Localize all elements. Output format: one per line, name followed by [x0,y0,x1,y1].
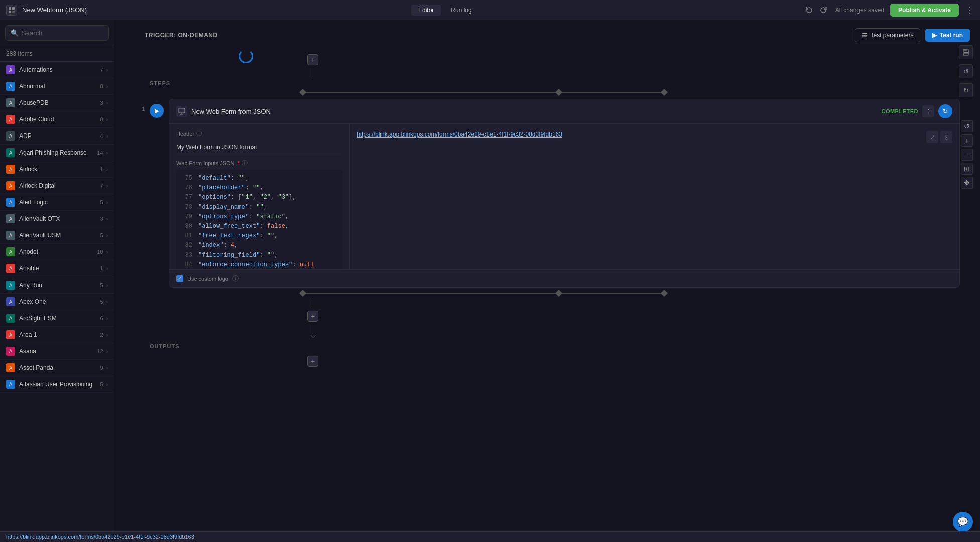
code-line: 82"index": 4, [180,241,338,250]
sidebar-item[interactable]: A Alert Logic 5 › [0,194,114,211]
svg-rect-0 [9,7,11,10]
trigger-actions: Test parameters ▶ Test run [855,28,970,42]
sidebar-item-left: A ArcSight ESM [6,314,57,323]
line-number: 84 [180,260,192,269]
sidebar-item[interactable]: A Any Run 5 › [0,277,114,294]
zoom-out-button[interactable]: − [961,149,973,161]
copy-icon[interactable]: ⎘ [940,131,952,143]
sidebar-item[interactable]: A Adobe Cloud 8 › [0,111,114,128]
sidebar-item[interactable]: A AlienVault OTX 3 › [0,211,114,227]
code-line: 78"display_name": "", [180,203,338,212]
step-more-icon[interactable]: ⋮ [922,105,934,117]
expand-icon[interactable]: ⤢ [926,131,938,143]
trigger-label: TRIGGER: ON-DEMAND [145,32,218,39]
sidebar-item-right: 5 › [100,232,108,238]
sidebar-item[interactable]: A Asset Panda 9 › [0,360,114,376]
content-area: TRIGGER: ON-DEMAND Test parameters ▶ Tes… [114,20,980,542]
step-left-panel: Header ⓘ My Web Form in JSON format Web … [169,124,350,269]
test-params-button[interactable]: Test parameters [855,28,920,42]
zoom-in-button[interactable]: + [961,134,973,147]
sidebar-item-left: A Anodot [6,247,38,256]
sidebar-item[interactable]: A Agari Phishing Response 14 › [0,145,114,161]
save-icon[interactable] [959,45,973,59]
sidebar-item[interactable]: A Apex One 5 › [0,294,114,310]
tab-runlog[interactable]: Run log [444,5,478,16]
chevron-right-icon: › [106,266,108,272]
chevron-right-icon: › [106,216,108,222]
svg-rect-3 [12,11,15,13]
step-sync-icon[interactable]: ↻ [938,104,952,118]
step-card-header: New Web Form from JSON COMPLETED ⋮ ↻ [169,99,959,124]
step-card-body: Header ⓘ My Web Form in JSON format Web … [169,124,959,269]
chevron-right-icon: › [106,349,108,354]
sidebar-item-count: 6 [100,315,103,321]
header-info-icon[interactable]: ⓘ [196,130,202,138]
move-button[interactable]: ✥ [961,177,973,189]
sidebar-item-name: Ansible [19,265,39,272]
line-number: 77 [180,193,192,202]
more-menu-icon[interactable]: ⋮ [965,5,974,16]
search-box[interactable]: 🔍 Search [5,25,109,41]
fit-view-button[interactable]: ↺ [961,120,973,132]
sidebar-item[interactable]: A Airlock 1 › [0,161,114,178]
sidebar-item-count: 5 [100,299,103,305]
sidebar-item[interactable]: A Automations 7 › [0,62,114,78]
undo-icon[interactable]: ↺ [959,64,973,78]
sidebar-item[interactable]: A Ansible 1 › [0,260,114,277]
code-line: 75"default": "", [180,174,338,183]
sidebar-item[interactable]: A Area 1 2 › [0,327,114,343]
chevron-right-icon: › [106,249,108,255]
chevron-right-icon: › [106,332,108,338]
sidebar-item[interactable]: A Atlassian User Provisioning 5 › [0,376,114,393]
add-output-button[interactable]: + [307,356,318,367]
topbar-left: New Webform (JSON) [6,5,87,16]
sidebar-item-left: A AbusePDB [6,98,49,107]
sidebar-item[interactable]: A Abnormal 8 › [0,78,114,95]
sidebar-item-count: 4 [100,133,103,139]
sidebar-item-left: A Atlassian User Provisioning [6,380,92,389]
sidebar-item-icon: A [6,198,15,207]
custom-logo-info-icon[interactable]: ⓘ [232,274,239,283]
tab-editor[interactable]: Editor [411,5,441,16]
sidebar-item-name: Asset Panda [19,364,53,371]
redo-icon[interactable] [817,4,829,16]
step-card-title: New Web Form from JSON [191,108,271,115]
json-info-icon[interactable]: ⓘ [242,159,248,167]
json-field-label: Web Form Inputs JSON * ⓘ [176,159,342,167]
sidebar-item-count: 7 [100,67,103,73]
output-url-link[interactable]: https://blink.app.blinkops.com/forms/0ba… [357,131,562,138]
right-toolbar: ↺ ↻ [959,45,973,97]
search-icon: 🔍 [11,29,19,37]
line-content: "options_type": "static", [198,212,289,222]
sidebar-item-left: A Automations [6,65,53,74]
outputs-label: OUTPUTS [150,343,180,349]
fit-button[interactable]: ⊞ [961,163,973,175]
sidebar-item-name: Any Run [19,282,42,289]
sidebar-item-name: Automations [19,66,53,73]
sidebar-item[interactable]: A Anodot 10 › [0,244,114,260]
publish-button[interactable]: Publish & Activate [890,4,959,17]
sidebar-item-count: 3 [100,216,103,222]
history-icon[interactable] [803,4,815,16]
sidebar-item-left: A Abnormal [6,82,45,91]
sidebar-item[interactable]: A Asana 12 › [0,343,114,360]
test-run-button[interactable]: ▶ Test run [925,29,970,42]
sidebar-item[interactable]: A Airlock Digital 7 › [0,178,114,194]
sidebar-item-left: A AlienVault USM [6,231,61,240]
add-step-top[interactable]: + [307,54,318,65]
chat-button[interactable]: 💬 [953,512,973,532]
sidebar-item-right: 10 › [97,249,108,255]
play-icon: ▶ [932,32,937,39]
code-editor[interactable]: 75"default": "",76"placeholder": "",77"o… [176,170,342,269]
sidebar-item[interactable]: A ADP 4 › [0,128,114,145]
sidebar-item[interactable]: A AbusePDB 3 › [0,95,114,111]
sidebar-item[interactable]: A ArcSight ESM 6 › [0,310,114,327]
add-step-bottom[interactable]: + [307,311,318,322]
trigger-bar: TRIGGER: ON-DEMAND Test parameters ▶ Tes… [114,20,980,47]
sidebar-item-name: Asana [19,348,36,355]
use-custom-logo-checkbox[interactable] [176,275,183,282]
step-play-button[interactable]: ▶ [150,104,164,118]
redo-icon[interactable]: ↻ [959,83,973,97]
sidebar-item-icon: A [6,314,15,323]
sidebar-item[interactable]: A AlienVault USM 5 › [0,227,114,244]
